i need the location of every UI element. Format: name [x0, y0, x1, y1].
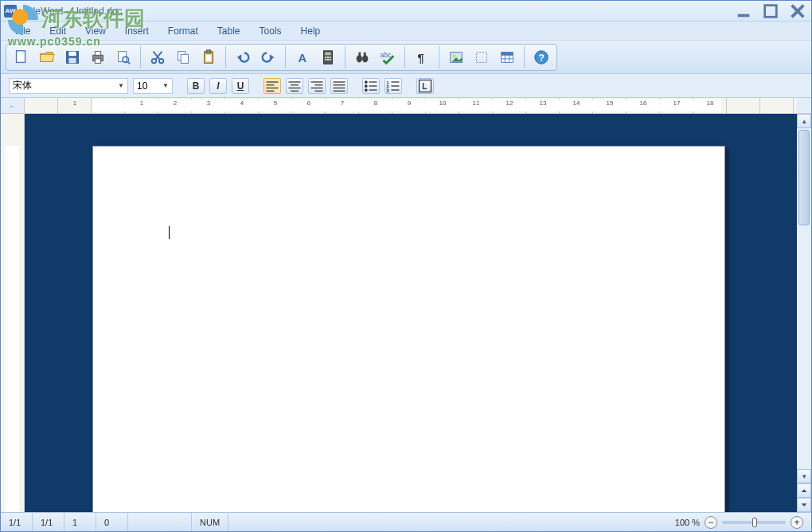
calculator-icon[interactable]	[316, 45, 340, 69]
vertical-scrollbar[interactable]: ▴ ▾ ⏶ ⏷	[797, 114, 811, 512]
zoom-in-button[interactable]: +	[791, 516, 803, 529]
statusbar: 1/1 1/1 1 0 NUM 100 % − +	[1, 512, 811, 531]
zoom-out-button[interactable]: −	[705, 516, 717, 529]
svg-rect-23	[205, 54, 211, 61]
selection-icon[interactable]	[470, 45, 494, 69]
next-page-button[interactable]: ⏷	[797, 498, 811, 512]
svg-rect-37	[358, 52, 361, 57]
svg-marker-25	[270, 54, 275, 60]
status-section: 1/1	[33, 513, 64, 531]
svg-marker-24	[237, 54, 242, 60]
format-toolbar: 宋体▼ 10▼ B I U 123 L	[1, 74, 811, 98]
zoom-label: 100 %	[675, 518, 700, 527]
ruler-corner: ⌐	[1, 98, 25, 113]
svg-rect-31	[330, 57, 331, 58]
svg-line-14	[128, 61, 131, 64]
open-folder-icon[interactable]	[35, 45, 59, 69]
app-icon: AW	[4, 5, 17, 18]
svg-rect-29	[325, 57, 326, 58]
menu-insert[interactable]: Insert	[117, 23, 157, 39]
chevron-down-icon: ▼	[118, 82, 124, 89]
italic-button[interactable]: I	[209, 78, 227, 94]
svg-rect-28	[325, 52, 330, 55]
align-justify-button[interactable]	[330, 78, 348, 94]
svg-point-71	[365, 84, 368, 88]
close-button[interactable]	[787, 4, 808, 18]
minimize-button[interactable]	[733, 4, 754, 18]
document-canvas[interactable]	[25, 114, 797, 512]
svg-text:L: L	[422, 81, 427, 90]
svg-rect-7	[68, 51, 76, 56]
menu-tools[interactable]: Tools	[252, 23, 290, 39]
svg-rect-22	[206, 49, 211, 53]
scissors-icon[interactable]	[146, 45, 170, 69]
menu-table[interactable]: Table	[209, 23, 248, 39]
svg-rect-30	[327, 57, 329, 58]
underline-button[interactable]: U	[232, 78, 249, 94]
scroll-thumb[interactable]	[798, 130, 810, 225]
redo-icon[interactable]	[256, 45, 280, 69]
align-right-button[interactable]	[308, 78, 326, 94]
zoom-slider[interactable]	[722, 521, 786, 524]
scroll-up-button[interactable]: ▴	[797, 114, 811, 128]
svg-point-42	[452, 54, 455, 57]
scroll-down-button[interactable]: ▾	[797, 469, 811, 483]
menu-edit[interactable]: Edit	[41, 23, 74, 39]
svg-text:¶: ¶	[418, 51, 424, 64]
svg-rect-33	[327, 58, 329, 60]
zoom-slider-thumb[interactable]	[752, 518, 757, 527]
svg-point-69	[365, 80, 368, 84]
svg-rect-50	[502, 52, 513, 55]
pilcrow-icon[interactable]: ¶	[410, 45, 434, 69]
vertical-ruler[interactable]	[1, 114, 25, 512]
maximize-button[interactable]	[760, 4, 781, 18]
svg-text:3: 3	[386, 87, 389, 92]
undo-icon[interactable]	[231, 45, 255, 69]
menu-view[interactable]: View	[77, 23, 114, 39]
spellcheck-icon[interactable]: abc	[376, 45, 400, 69]
ruler-row: ⌐ 1123456789101112131415161718	[1, 98, 811, 114]
svg-text:abc: abc	[381, 52, 391, 59]
svg-rect-20	[181, 54, 188, 63]
table-icon[interactable]	[495, 45, 519, 69]
svg-text:?: ?	[538, 51, 545, 63]
menu-help[interactable]: Help	[293, 23, 329, 39]
font-name-select[interactable]: 宋体▼	[9, 78, 128, 94]
window-title: AbleWord - Untitled.doc	[21, 6, 733, 17]
copy-icon[interactable]	[171, 45, 195, 69]
bold-button[interactable]: B	[187, 78, 205, 94]
numbered-list-button[interactable]: 123	[385, 78, 402, 94]
svg-rect-10	[95, 51, 100, 55]
new-document-icon[interactable]	[10, 45, 33, 69]
svg-rect-8	[68, 57, 76, 62]
binoculars-icon[interactable]	[350, 45, 374, 69]
image-icon[interactable]	[444, 45, 468, 69]
status-line: 1	[64, 513, 96, 531]
status-col: 0	[96, 513, 128, 531]
prev-page-button[interactable]: ⏶	[797, 483, 811, 498]
align-left-button[interactable]	[264, 78, 281, 94]
horizontal-ruler[interactable]: 1123456789101112131415161718	[25, 98, 797, 113]
font-a-icon[interactable]: A	[291, 45, 314, 69]
svg-rect-32	[325, 58, 326, 60]
paste-clipboard-icon[interactable]	[197, 45, 221, 69]
printer-icon[interactable]	[86, 45, 110, 69]
titlebar: AW AbleWord - Untitled.doc	[1, 1, 811, 22]
svg-rect-34	[330, 58, 331, 60]
svg-point-73	[365, 88, 368, 92]
bullet-list-button[interactable]	[362, 78, 380, 94]
save-disk-icon[interactable]	[61, 45, 84, 69]
font-size-select[interactable]: 10▼	[133, 78, 173, 94]
scroll-track[interactable]	[797, 128, 811, 469]
main-toolbar: A abc ¶ ?	[1, 41, 811, 74]
print-preview-icon[interactable]	[111, 45, 135, 69]
menu-file[interactable]: File	[7, 23, 38, 39]
align-center-button[interactable]	[286, 78, 303, 94]
svg-rect-11	[95, 58, 100, 63]
help-icon[interactable]: ?	[529, 45, 553, 69]
document-page[interactable]	[92, 146, 725, 512]
text-direction-button[interactable]: L	[416, 78, 434, 94]
menu-format[interactable]: Format	[160, 23, 206, 39]
text-cursor	[169, 226, 170, 239]
menubar: File Edit View Insert Format Table Tools…	[1, 22, 811, 41]
